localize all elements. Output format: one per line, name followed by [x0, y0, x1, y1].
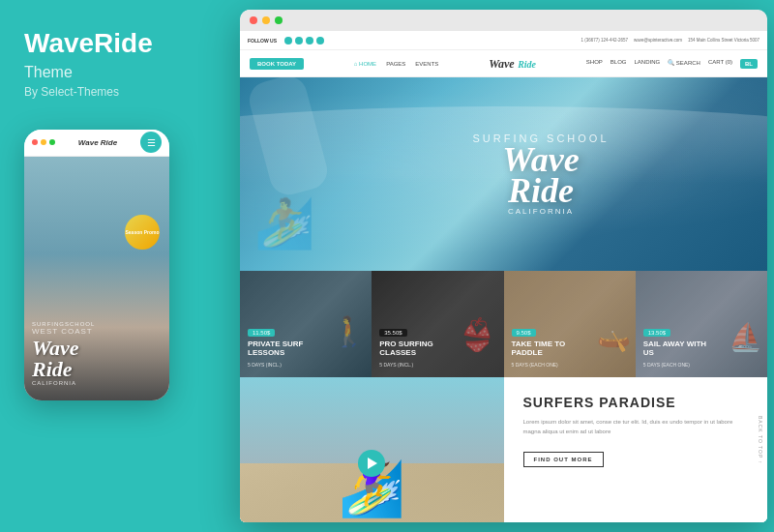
nav-shop[interactable]: SHOP [586, 59, 603, 69]
social-icons [284, 37, 324, 44]
mobile-california: CALIFORNIA [32, 380, 162, 386]
play-icon [368, 458, 377, 469]
site-nav: BOOK TODAY ⌂ HOME PAGES EVENTS Wave Ride… [240, 50, 767, 77]
nav-landing[interactable]: LANDING [635, 59, 661, 69]
card-3-badge: 9.50$ [512, 329, 536, 337]
mobile-nav-logo: Wave Ride [78, 138, 117, 147]
hero-logo-ride: Ride [472, 176, 609, 207]
card-4-content: 13.50$ SAIL AWAY WITHUS 5 DAYS (EACH ONE… [643, 321, 759, 368]
bottom-section: 🏄‍♀️ SURFERS PARADISE Lorem ipsum dolor … [240, 377, 767, 522]
card-2-title: PRO SURFINGCLASSES [379, 340, 495, 358]
nav-blog[interactable]: BLOG [610, 59, 627, 69]
chrome-dot-green[interactable] [275, 16, 283, 24]
card-2-content: 35.50$ PRO SURFINGCLASSES 5 DAYS (INCL.) [379, 321, 495, 368]
mobile-wave-logo: WaveRide [32, 338, 162, 380]
card-1-content: 11.50$ PRIVATE SURFLESSONS 5 DAYS (INCL.… [248, 321, 364, 368]
nav-home[interactable]: ⌂ HOME [354, 61, 376, 67]
social-icon-3[interactable] [306, 37, 313, 44]
card-3-content: 9.50$ TAKE TIME TOPADDLE 5 DAYS (EACH ON… [512, 321, 628, 368]
hero-section: 🏄 SURFING SCHOOL Wave Ride CALIFORNIA [240, 77, 767, 271]
card-3-days: 5 DAYS (EACH ONE) [512, 362, 628, 368]
nav-pages[interactable]: PAGES [386, 61, 405, 67]
card-3-title: TAKE TIME TOPADDLE [512, 340, 628, 358]
card-surfing-classes[interactable]: 👙 35.50$ PRO SURFINGCLASSES 5 DAYS (INCL… [372, 271, 503, 377]
desktop-mockup: FOLLOW US 1 (36677) 124-442-2657 wave@sp… [240, 10, 767, 522]
mobile-menu-button[interactable]: ☰ [140, 132, 162, 153]
mobile-mockup: Wave Ride ☰ Season Promo SURFINGSCHOOL W… [24, 130, 169, 400]
card-1-title: PRIVATE SURFLESSONS [248, 340, 364, 358]
card-4-days: 5 DAYS (EACH ONE) [643, 362, 759, 368]
mobile-window-dots [32, 139, 55, 145]
topbar-left: FOLLOW US [248, 37, 324, 44]
social-icon-2[interactable] [295, 37, 303, 44]
follow-label: FOLLOW US [248, 38, 277, 44]
social-icon-4[interactable] [316, 37, 324, 44]
nav-cart[interactable]: CART (0) [708, 59, 732, 69]
mobile-dot-yellow [41, 139, 46, 145]
nav-search[interactable]: 🔍 SEARCH [668, 59, 700, 69]
site-logo: Wave Ride [489, 56, 536, 72]
hero-logo-area: SURFING SCHOOL Wave Ride CALIFORNIA [472, 133, 609, 216]
card-sail-away[interactable]: ⛵ 13.50$ SAIL AWAY WITHUS 5 DAYS (EACH O… [636, 271, 767, 377]
card-1-badge: 11.50$ [248, 329, 275, 337]
nav-links: ⌂ HOME PAGES EVENTS [354, 61, 439, 67]
mobile-dot-green [49, 139, 55, 145]
card-1-days: 5 DAYS (INCL.) [248, 362, 364, 368]
left-panel: WaveRide Theme By Select-Themes Wave Rid… [0, 0, 237, 532]
surfers-paradise-section: SURFERS PARADISE Lorem ipsum dolor sit a… [504, 377, 768, 522]
browser-content: FOLLOW US 1 (36677) 124-442-2657 wave@sp… [240, 31, 767, 522]
mobile-dot-red [32, 139, 38, 145]
chrome-dot-red[interactable] [250, 16, 257, 24]
surfers-paradise-title: SURFERS PARADISE [523, 395, 749, 410]
topbar-phone: 1 (36677) 124-442-2657 [580, 38, 628, 43]
card-2-badge: 35.50$ [379, 329, 406, 337]
mobile-overlay: SURFINGSCHOOL WEST COAST WaveRide CALIFO… [32, 321, 162, 386]
play-button[interactable] [358, 450, 385, 477]
mobile-top-bar: Wave Ride ☰ [24, 130, 169, 157]
book-today-button[interactable]: BOOK TODAY [250, 58, 304, 70]
cards-row: 🚶 11.50$ PRIVATE SURFLESSONS 5 DAYS (INC… [240, 271, 767, 377]
nav-events[interactable]: EVENTS [415, 61, 438, 67]
mobile-content-area: Season Promo SURFINGSCHOOL WEST COAST Wa… [24, 157, 169, 400]
topbar-address: 154 Main Collins Street Victoria 5007 [688, 38, 759, 43]
card-4-title: SAIL AWAY WITHUS [643, 340, 759, 358]
topbar-right: 1 (36677) 124-442-2657 wave@spinteractiv… [580, 38, 759, 43]
window-chrome [240, 10, 767, 31]
find-out-button[interactable]: FIND OUT MORE [523, 452, 604, 467]
back-to-top[interactable]: BACK TO TOP ↑ [758, 416, 763, 464]
topbar-email: wave@spinteractive.com [634, 38, 682, 43]
card-surf-lessons[interactable]: 🚶 11.50$ PRIVATE SURFLESSONS 5 DAYS (INC… [240, 271, 372, 377]
nav-account[interactable]: BL [740, 59, 758, 69]
hamburger-icon: ☰ [147, 137, 156, 148]
card-2-days: 5 DAYS (INCL.) [379, 362, 495, 368]
nav-right-links: SHOP BLOG LANDING 🔍 SEARCH CART (0) BL [586, 59, 758, 69]
brand-title: WaveRide [24, 29, 153, 59]
season-badge: Season Promo [125, 215, 160, 250]
social-icon-1[interactable] [284, 37, 292, 44]
brand-subtitle: Theme [24, 64, 73, 81]
card-paddle[interactable]: 🛶 9.50$ TAKE TIME TOPADDLE 5 DAYS (EACH … [504, 271, 636, 377]
surfers-paradise-text: Lorem ipsum dolor sit amet, conse cte tu… [523, 418, 749, 436]
hero-logo-california: CALIFORNIA [472, 207, 609, 216]
bottom-image-area: 🏄‍♀️ [240, 377, 504, 522]
surfer-silhouette: 🏄 [254, 195, 314, 251]
site-topbar: FOLLOW US 1 (36677) 124-442-2657 wave@sp… [240, 31, 767, 50]
brand-by: By Select-Themes [24, 85, 119, 99]
mobile-west-coast: WEST COAST [32, 327, 162, 336]
chrome-dot-yellow[interactable] [262, 16, 270, 24]
card-4-badge: 13.50$ [643, 329, 670, 337]
